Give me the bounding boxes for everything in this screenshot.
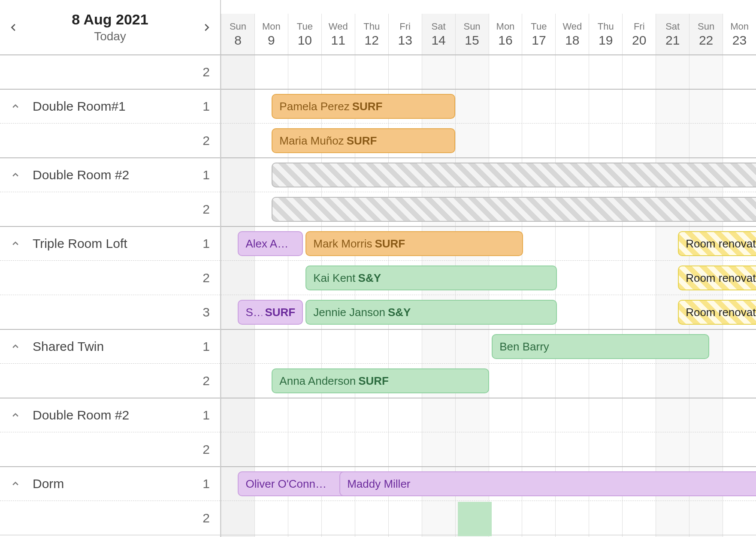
booking-label: Maddy Miller: [347, 477, 410, 491]
booking-bar[interactable]: Oliver O'Conn…: [238, 471, 354, 496]
day-header[interactable]: Sun15: [455, 14, 489, 54]
room-row: Dorm1: [0, 467, 220, 501]
booking-label: Ben Barry: [499, 340, 549, 353]
day-of-week: Sun: [698, 21, 714, 32]
day-of-week: Tue: [531, 21, 547, 32]
booking-bar[interactable]: Pamela PerezSURF: [272, 94, 455, 119]
chevron-up-icon[interactable]: [10, 479, 21, 489]
chevron-up-icon[interactable]: [10, 170, 21, 180]
day-of-week: Tue: [297, 21, 313, 32]
day-of-week: Thu: [598, 21, 614, 32]
booking-label: Jennie Janson: [313, 306, 385, 319]
day-number: 14: [431, 33, 445, 48]
day-header[interactable]: Sat21: [656, 14, 689, 54]
day-number: 8: [234, 33, 242, 48]
calendar-row[interactable]: [221, 432, 756, 467]
booking-bar[interactable]: Room renovation: [678, 265, 756, 290]
room-sidebar: 2Double Room#112Double Room #212Triple R…: [0, 55, 221, 537]
bed-number: 2: [190, 442, 220, 457]
booking-bar[interactable]: Ben Barry: [492, 334, 709, 359]
booking-bar[interactable]: SRSSURF: [238, 300, 303, 325]
room-row: 3: [0, 295, 220, 329]
calendar-row[interactable]: [221, 55, 756, 89]
calendar-row[interactable]: [221, 398, 756, 432]
room-name: Double Room#1: [0, 99, 190, 114]
booking-tag: SURF: [347, 134, 377, 148]
booking-bar[interactable]: Maria MuñozSURF: [272, 128, 455, 153]
room-row: 2: [0, 124, 220, 158]
booking-bar[interactable]: [272, 197, 756, 222]
room-row: 2: [0, 261, 220, 295]
room-name: Double Room #2: [0, 408, 190, 422]
day-header[interactable]: Tue17: [522, 14, 555, 54]
day-header[interactable]: Sun22: [689, 14, 723, 54]
day-header[interactable]: Sat14: [422, 14, 455, 54]
booking-tag: SURF: [375, 237, 405, 250]
day-header[interactable]: Thu19: [589, 14, 622, 54]
booking-bar[interactable]: Alex Amberso…: [238, 231, 303, 256]
day-of-week: Sun: [463, 21, 480, 32]
bed-number: 2: [190, 202, 220, 217]
chevron-up-icon[interactable]: [10, 410, 21, 420]
day-header[interactable]: Mon16: [489, 14, 522, 54]
room-row: Triple Room Loft1: [0, 226, 220, 261]
day-header[interactable]: Tue10: [288, 14, 321, 54]
booking-tag: S&Y: [358, 272, 381, 285]
day-of-week: Mon: [730, 21, 749, 32]
day-of-week: Wed: [329, 21, 348, 32]
day-header[interactable]: Thu12: [355, 14, 388, 54]
day-number: 23: [732, 33, 747, 48]
booking-label: Kai Kent: [313, 272, 355, 285]
current-date: 8 Aug 2021: [72, 11, 148, 28]
day-header[interactable]: Fri13: [388, 14, 422, 54]
room-row: 2: [0, 364, 220, 398]
room-row: 2: [0, 55, 220, 89]
day-number: 16: [498, 33, 512, 48]
booking-tag: S&Y: [388, 306, 411, 319]
day-of-week: Thu: [363, 21, 380, 32]
day-header[interactable]: Mon9: [254, 14, 288, 54]
booking-bar[interactable]: Kai KentS&Y: [305, 265, 557, 290]
day-header[interactable]: Wed11: [321, 14, 355, 54]
room-row: Double Room #21: [0, 158, 220, 192]
day-number: 15: [465, 33, 479, 48]
chevron-up-icon[interactable]: [10, 238, 21, 249]
booking-bar[interactable]: Jennie JansonS&Y: [305, 300, 557, 325]
room-row: 2: [0, 432, 220, 467]
bed-number: 2: [190, 133, 220, 148]
day-number: 17: [532, 33, 546, 48]
bed-number: 1: [190, 477, 220, 491]
next-arrow[interactable]: [197, 18, 216, 37]
day-number: 19: [599, 33, 613, 48]
room-name: Triple Room Loft: [0, 236, 190, 251]
booking-bar[interactable]: [272, 163, 756, 187]
booking-label: Room renovation: [686, 272, 756, 285]
date-title: 8 Aug 2021 Today: [72, 11, 148, 43]
day-header[interactable]: Fri20: [622, 14, 656, 54]
booking-bar[interactable]: Maddy Miller: [339, 471, 756, 496]
calendar-row[interactable]: [221, 501, 756, 535]
day-of-week: Mon: [496, 21, 515, 32]
day-header[interactable]: Mon23: [723, 14, 756, 54]
day-number: 18: [565, 33, 579, 48]
booking-bar[interactable]: Mark MorrisSURF: [305, 231, 523, 256]
room-name: Shared Twin: [0, 339, 190, 354]
bed-number: 1: [190, 99, 220, 114]
prev-arrow[interactable]: [4, 18, 23, 37]
chevron-up-icon[interactable]: [10, 341, 21, 352]
day-of-week: Sat: [432, 21, 446, 32]
booking-bar[interactable]: Room renovation: [678, 231, 756, 256]
day-header[interactable]: Wed18: [555, 14, 589, 54]
day-of-week: Fri: [399, 21, 411, 32]
booking-bar[interactable]: Anna AndersonSURF: [272, 368, 489, 393]
booking-bar[interactable]: Room renovation: [678, 300, 756, 325]
current-date-subtitle: Today: [72, 30, 148, 43]
day-header[interactable]: Sun8: [221, 14, 254, 54]
chevron-up-icon[interactable]: [10, 101, 21, 112]
day-of-week: Fri: [634, 21, 645, 32]
day-of-week: Wed: [562, 21, 582, 32]
calendar-grid: Pamela PerezSURFMaria MuñozSURFAlex Ambe…: [221, 55, 756, 537]
day-of-week: Mon: [262, 21, 281, 32]
bed-number: 1: [190, 339, 220, 354]
day-number: 10: [298, 33, 312, 48]
